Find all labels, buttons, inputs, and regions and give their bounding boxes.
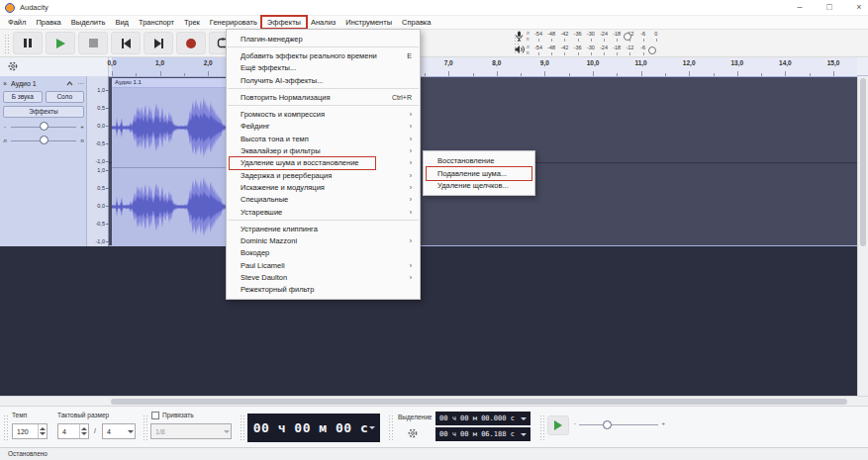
time-display-grip[interactable] (240, 414, 244, 440)
stop-button[interactable] (78, 32, 108, 54)
menu-item-label: Высота тона и темп (241, 135, 402, 143)
playback-volume-slider[interactable] (648, 46, 656, 54)
track-collapse-icon[interactable] (66, 81, 73, 86)
menu-item[interactable]: Повторить НормализацияCtrl+R (227, 91, 420, 103)
snap-toolbar-grip[interactable] (143, 414, 147, 440)
menubar-item[interactable]: Справка (397, 17, 435, 28)
selection-end-display[interactable]: 00 ч 00 м 06.188 с (435, 427, 530, 441)
vertical-scrollbar[interactable] (857, 76, 868, 396)
pan-slider-knob[interactable] (40, 136, 48, 144)
menubar-item[interactable]: Транспорт (134, 17, 179, 28)
menu-item[interactable]: Paul Licameli› (227, 259, 420, 271)
pause-button[interactable] (13, 32, 43, 54)
pan-slider[interactable] (11, 140, 76, 141)
gain-slider[interactable] (11, 127, 76, 128)
menu-item[interactable]: Устаревшие› (227, 206, 420, 218)
selection-start-caret[interactable] (521, 417, 527, 420)
menu-item[interactable]: Громкость и компрессия› (227, 108, 420, 120)
minimize-button[interactable]: – (788, 0, 812, 15)
menubar-item[interactable]: Анализ (306, 17, 340, 28)
menubar-item[interactable]: Файл (3, 17, 31, 28)
tempo-input[interactable]: 120 (12, 423, 48, 439)
menu-item[interactable]: Устранение клиппинга (227, 223, 420, 234)
menu-item[interactable]: Высота тона и темп› (227, 133, 420, 144)
menu-item[interactable]: Специальные› (227, 194, 420, 206)
menubar-item[interactable]: Инструменты (340, 17, 397, 28)
record-button[interactable] (176, 32, 206, 54)
maximize-button[interactable]: □ (818, 0, 841, 15)
submenu-arrow-icon: › (410, 209, 412, 216)
play-speed-slider[interactable]: - + (579, 424, 658, 425)
vertical-scrollbar-thumb[interactable] (860, 78, 866, 246)
menu-item[interactable]: Восстановление (424, 154, 534, 167)
stop-icon (89, 39, 98, 47)
vruler-label: -1,0 (96, 238, 105, 244)
menubar-item[interactable]: Правка (31, 17, 65, 28)
solo-button[interactable]: Соло (46, 91, 85, 103)
menu-item[interactable]: Steve Daulton› (227, 271, 420, 283)
menubar-item[interactable]: Выделить (66, 17, 111, 28)
play-speed-knob[interactable] (603, 420, 612, 429)
gain-slider-knob[interactable] (40, 122, 48, 131)
snap-caret (222, 424, 231, 438)
recording-meter[interactable]: лп -54-48-42-36-30-24-18-12-60 (512, 30, 660, 44)
snap-checkbox[interactable] (151, 412, 159, 419)
menu-item[interactable]: Плагин-менеджер (227, 33, 420, 45)
menu-item[interactable]: Искажение и модуляция› (227, 181, 420, 193)
selection-options-gear-icon[interactable] (408, 428, 418, 438)
audio-position-display[interactable]: 00 ч 00 м 00 с (247, 414, 380, 442)
track-name[interactable]: Аудио 1 (11, 80, 66, 87)
menu-item[interactable]: Вокодер (227, 247, 420, 259)
menu-item[interactable]: Ещё эффекты... (227, 62, 420, 74)
vertical-ruler: 1,00,50,0-0,5-1,0 1,00,50,0-0,5-1,0 (87, 76, 109, 246)
menu-item[interactable]: Удаление шума и восстановление› (227, 157, 420, 169)
menu-item[interactable]: Dominic Mazzoni› (227, 234, 420, 246)
menu-item[interactable]: Получить AI-эффекты... (227, 74, 420, 86)
play-button[interactable] (46, 32, 75, 54)
play-at-speed-button[interactable] (547, 415, 569, 435)
submenu-arrow-icon: › (410, 172, 412, 179)
close-button[interactable]: × (847, 0, 868, 15)
record-icon (186, 39, 196, 48)
menu-item-label: Dominic Mazzoni (241, 236, 402, 245)
play-speed-grip[interactable] (539, 414, 544, 440)
timeline-options-gear-icon[interactable] (8, 61, 18, 71)
menu-item[interactable]: Фейдинг› (227, 121, 420, 133)
selection-end-caret[interactable] (521, 433, 527, 436)
menu-item[interactable]: Удаление щелчков... (424, 180, 534, 193)
recording-volume-slider[interactable] (624, 33, 631, 41)
skip-to-end-button[interactable] (144, 32, 173, 54)
snap-interval-select[interactable]: 1/8 (150, 423, 232, 439)
time-format-caret[interactable] (369, 426, 375, 429)
horizontal-scrollbar-thumb[interactable] (111, 399, 847, 405)
menubar-item[interactable]: Вид (110, 17, 134, 28)
menu-item[interactable]: Подавление шума... (424, 167, 534, 180)
meter-scale-tick (629, 52, 630, 55)
track-effects-button[interactable]: Эффекты (3, 106, 84, 118)
menu-item[interactable]: Режекторный фильтр (227, 284, 420, 296)
menubar-item[interactable]: Трек (179, 17, 205, 28)
vertical-ruler-channel-1: 1,00,50,0-0,5-1,0 (87, 86, 109, 165)
track-menu-icon[interactable]: ⋯ (77, 80, 84, 88)
time-toolbar-grip[interactable] (3, 414, 8, 440)
skip-to-start-button[interactable] (111, 32, 141, 54)
selection-toolbar-grip[interactable] (388, 414, 393, 440)
time-ruler[interactable]: 0,01,02,03,04,05,06,07,08,09,010,011,012… (109, 57, 857, 76)
playback-meter[interactable]: лп -54-48-42-36-30-24-18-12-6 (512, 44, 660, 57)
pan-right-label: п (79, 138, 85, 143)
time-signature-lower-select[interactable]: 4 (102, 423, 136, 439)
menu-item[interactable]: Эквалайзер и фильтры› (227, 144, 420, 156)
time-signature-upper-input[interactable]: 4 (57, 423, 89, 439)
menubar-item[interactable]: Эффекты (262, 17, 306, 28)
horizontal-scrollbar[interactable] (0, 396, 868, 406)
time-signature-label: Тактовый размер (57, 412, 109, 418)
menu-item[interactable]: Добавить эффекты реального времениE (227, 49, 420, 61)
tempo-spinner[interactable] (38, 424, 47, 438)
menu-item[interactable]: Задержка и реверберация› (227, 169, 420, 181)
toolbar-grip[interactable] (4, 34, 9, 53)
track-close-icon[interactable]: × (3, 80, 7, 87)
selection-start-display[interactable]: 00 ч 00 м 00.000 с (435, 412, 530, 425)
time-signature-spinner[interactable] (79, 424, 88, 438)
mute-button[interactable]: Б звука (3, 91, 43, 103)
menubar-item[interactable]: Генерировать (205, 17, 262, 28)
